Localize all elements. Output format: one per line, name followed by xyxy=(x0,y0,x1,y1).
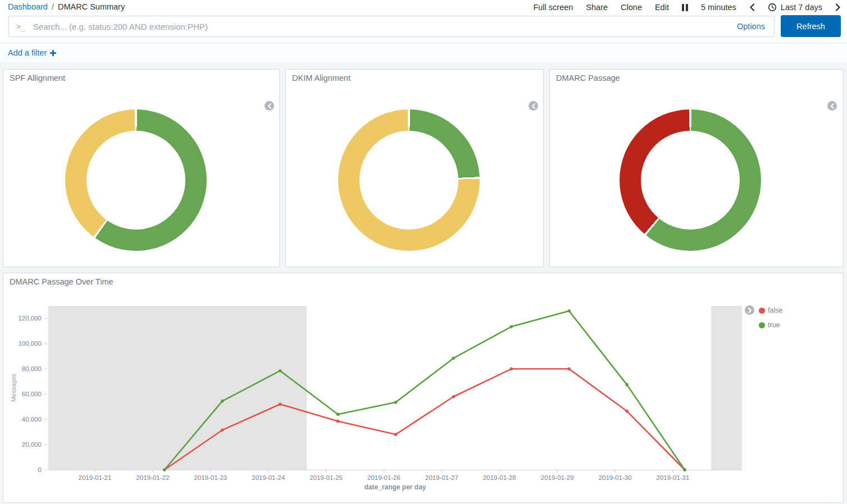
pause-icon[interactable] xyxy=(682,4,688,11)
options-link[interactable]: Options xyxy=(737,22,765,31)
legend-label: true xyxy=(768,321,780,329)
svg-text:40,000: 40,000 xyxy=(22,416,42,423)
legend-label: false xyxy=(768,306,782,314)
svg-text:2019-01-29: 2019-01-29 xyxy=(541,474,574,481)
refresh-button[interactable]: Refresh xyxy=(781,15,841,37)
svg-text:80,000: 80,000 xyxy=(22,365,42,372)
svg-text:0: 0 xyxy=(38,466,42,473)
panel-title: DKIM Alignment xyxy=(292,74,350,83)
add-filter-button[interactable]: Add a filter xyxy=(8,48,56,57)
panel-dmarc-passage: DMARC Passage xyxy=(549,69,844,267)
svg-text:120,000: 120,000 xyxy=(18,315,42,322)
add-filter-label: Add a filter xyxy=(8,48,47,57)
panel-spf-alignment: SPF Allignment xyxy=(3,69,280,267)
time-range-label: Last 7 days xyxy=(781,3,822,12)
svg-text:2019-01-26: 2019-01-26 xyxy=(367,474,400,481)
panel-dkim-alignment: DKIM Alignment xyxy=(285,69,544,267)
dkim-donut-chart[interactable] xyxy=(338,109,480,251)
edit-button[interactable]: Edit xyxy=(655,3,669,12)
donut-hole xyxy=(86,131,185,230)
refresh-interval-button[interactable]: 5 minutes xyxy=(701,3,736,12)
svg-text:100,000: 100,000 xyxy=(18,340,42,347)
svg-text:2019-01-25: 2019-01-25 xyxy=(309,474,343,481)
full-screen-button[interactable]: Full screen xyxy=(533,3,573,12)
time-back-button[interactable] xyxy=(749,3,755,11)
breadcrumb-dashboard-link[interactable]: Dashboard xyxy=(8,2,48,11)
timeline-line-chart[interactable]: 2019-01-212019-01-222019-01-232019-01-24… xyxy=(3,273,843,502)
breadcrumb: Dashboard / DMARC Summary xyxy=(8,2,125,11)
clock-icon xyxy=(768,3,777,12)
svg-text:Messages: Messages xyxy=(10,373,17,402)
chevron-left-icon xyxy=(830,103,835,109)
svg-text:2019-01-23: 2019-01-23 xyxy=(194,474,227,481)
plus-icon xyxy=(50,50,56,56)
legend-item-false[interactable]: false xyxy=(759,306,782,314)
query-bar: >_ Options xyxy=(8,16,775,37)
svg-text:20,000: 20,000 xyxy=(22,441,42,448)
chevron-right-icon xyxy=(835,3,841,11)
chevron-left-icon xyxy=(749,3,755,11)
legend-dot-true xyxy=(759,322,765,328)
donut-hole xyxy=(359,131,458,230)
legend-toggle-button[interactable] xyxy=(265,101,274,111)
svg-text:2019-01-28: 2019-01-28 xyxy=(483,474,516,481)
svg-text:2019-01-22: 2019-01-22 xyxy=(136,474,169,481)
svg-text:2019-01-30: 2019-01-30 xyxy=(599,474,632,481)
svg-text:2019-01-24: 2019-01-24 xyxy=(252,474,285,481)
svg-text:60,000: 60,000 xyxy=(22,391,42,397)
svg-text:date_range per day: date_range per day xyxy=(364,483,426,491)
dmarc-donut-chart[interactable] xyxy=(620,109,761,251)
panel-title: DMARC Passage xyxy=(556,74,620,83)
svg-text:2019-01-31: 2019-01-31 xyxy=(657,474,690,481)
chevron-left-icon xyxy=(267,103,272,109)
svg-text:2019-01-21: 2019-01-21 xyxy=(79,474,112,481)
legend-toggle-button[interactable] xyxy=(827,101,837,111)
chevron-right-icon xyxy=(748,308,752,313)
clone-button[interactable]: Clone xyxy=(621,3,642,12)
nav-menu: Full screen Share Clone Edit 5 minutes L… xyxy=(533,0,841,15)
kibana-dashboard-app: Dashboard / DMARC Summary Full screen Sh… xyxy=(0,0,847,504)
filter-bar: Add a filter xyxy=(0,43,847,62)
legend-toggle-button[interactable] xyxy=(745,305,754,315)
legend-toggle-button[interactable] xyxy=(529,101,538,111)
panel-dmarc-over-time: DMARC Passage Over Time 2019-01-212019-0… xyxy=(3,273,844,503)
spf-donut-chart[interactable] xyxy=(65,109,207,251)
svg-text:2019-01-27: 2019-01-27 xyxy=(425,474,458,481)
time-range-picker[interactable]: Last 7 days xyxy=(768,3,822,12)
search-input[interactable] xyxy=(32,21,737,32)
panel-title: SPF Allignment xyxy=(10,74,65,83)
page-title: DMARC Summary xyxy=(58,2,125,11)
legend-item-true[interactable]: true xyxy=(759,321,780,329)
query-prompt-icon: >_ xyxy=(16,22,25,31)
chevron-left-icon xyxy=(531,103,536,109)
legend-dot-false xyxy=(759,308,765,314)
time-forward-button[interactable] xyxy=(835,3,841,11)
share-button[interactable]: Share xyxy=(586,3,608,12)
top-nav-bar: Dashboard / DMARC Summary Full screen Sh… xyxy=(0,0,847,15)
donut-hole xyxy=(641,131,740,230)
breadcrumb-separator: / xyxy=(52,2,54,11)
